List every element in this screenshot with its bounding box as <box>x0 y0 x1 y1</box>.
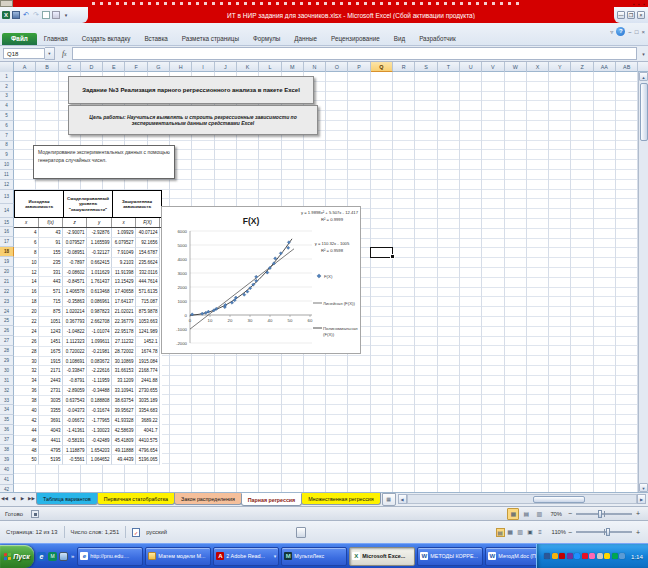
ribbon-tab-5[interactable]: Формулы <box>246 33 287 45</box>
table-cell[interactable]: 715 <box>39 297 63 307</box>
row-header-13[interactable]: 13 <box>0 190 14 204</box>
name-box[interactable]: Q18 <box>3 48 45 59</box>
table-cell[interactable]: 235 <box>39 258 63 268</box>
taskbar-window-7[interactable]: WМетодМ.doc (П... <box>485 547 536 566</box>
column-header-AA[interactable]: AA <box>594 62 616 72</box>
table-cell[interactable]: -0.08951 <box>63 248 87 258</box>
ribbon-tab-4[interactable]: Разметка страницы <box>175 33 246 45</box>
undo-icon[interactable]: ↶ <box>22 11 30 19</box>
column-header-T[interactable]: T <box>438 62 460 72</box>
table-cell[interactable]: 235.6624 <box>136 258 160 268</box>
row-header-12[interactable]: 12 <box>0 180 14 190</box>
table-cell[interactable]: 571 <box>39 287 63 297</box>
column-header-N[interactable]: N <box>304 62 326 72</box>
table-cell[interactable]: 0.720022 <box>63 347 87 357</box>
ribbon-tab-file[interactable]: Файл <box>2 33 37 45</box>
table-cell[interactable]: 4411 <box>39 436 63 446</box>
table-cell[interactable]: -0.08602 <box>63 268 87 278</box>
table-cell[interactable]: 40 <box>14 406 39 416</box>
word-zoom-level[interactable]: 110% <box>552 529 566 535</box>
word-draft-view-icon[interactable]: ≡ <box>536 528 545 537</box>
table-cell[interactable]: 4 <box>14 228 39 238</box>
word-page-indicator[interactable]: Страница: 12 из 13 <box>6 529 58 535</box>
row-header-19[interactable]: 19 <box>0 257 14 267</box>
word-zoom-out-icon[interactable]: − <box>566 529 574 536</box>
table-cell[interactable]: 46 <box>14 436 39 446</box>
ribbon-collapse-icon[interactable]: ▿ <box>610 28 613 36</box>
column-header-Y[interactable]: Y <box>549 62 571 72</box>
column-header-X[interactable]: X <box>527 62 549 72</box>
table-cell[interactable]: 38.63754 <box>112 396 136 406</box>
table-cell[interactable]: 1452.1 <box>136 337 160 347</box>
save-icon[interactable] <box>12 11 20 19</box>
row-header-40[interactable]: 40 <box>0 465 14 475</box>
row-header-14[interactable]: 14 <box>0 204 14 218</box>
show-desktop-icon[interactable] <box>59 552 68 561</box>
table-cell[interactable]: 1.118879 <box>63 446 87 456</box>
formula-input[interactable] <box>72 47 637 60</box>
table-cell[interactable]: 1.099611 <box>87 337 112 347</box>
table-cell[interactable]: 1.761437 <box>87 277 112 287</box>
ribbon-tab-8[interactable]: Вид <box>387 33 412 45</box>
row-header-28[interactable]: 28 <box>0 346 14 356</box>
table-cell[interactable]: 1.654203 <box>87 446 112 456</box>
row-header-41[interactable]: 41 <box>0 475 14 485</box>
row-header-2[interactable]: 2 <box>0 82 14 92</box>
formula-bar-expand-icon[interactable]: ▾ <box>639 51 648 57</box>
table-cell[interactable]: 0.079527 <box>63 238 87 248</box>
table-cell[interactable]: 0.188808 <box>87 396 112 406</box>
table-cell[interactable]: 2.662708 <box>87 317 112 327</box>
ribbon-tab-7[interactable]: Рецензирование <box>324 33 387 45</box>
excel-logo-icon[interactable]: X <box>2 11 10 19</box>
table-cell[interactable]: 1.064652 <box>87 455 112 465</box>
column-header-U[interactable]: U <box>460 62 482 72</box>
table-cell[interactable]: 4041.7 <box>136 426 160 436</box>
table-cell[interactable]: 30 <box>14 357 39 367</box>
sheet-tab-5[interactable]: Множественная регрессия <box>301 493 380 505</box>
column-header-R[interactable]: R <box>393 62 415 72</box>
column-header-Z[interactable]: Z <box>571 62 593 72</box>
row-header-26[interactable]: 26 <box>0 326 14 336</box>
word-zoom-in-icon[interactable]: + <box>634 529 642 536</box>
horizontal-scroll-thumb[interactable] <box>533 496 585 504</box>
column-header-O[interactable]: O <box>326 62 348 72</box>
column-header-W[interactable]: W <box>505 62 527 72</box>
zoom-out-icon[interactable]: − <box>566 510 574 517</box>
table-cell[interactable]: 715.087 <box>136 297 160 307</box>
row-header-16[interactable]: 16 <box>0 227 14 237</box>
row-header-3[interactable]: 3 <box>0 92 14 102</box>
zoom-slider[interactable] <box>576 513 632 515</box>
word-outline-view-icon[interactable]: ▣ <box>526 528 535 537</box>
row-header-21[interactable]: 21 <box>0 277 14 287</box>
table-cell[interactable]: 8 <box>14 248 39 258</box>
column-header-V[interactable]: V <box>482 62 504 72</box>
column-header-I[interactable]: I <box>192 62 214 72</box>
row-header-35[interactable]: 35 <box>0 415 14 425</box>
quick-launch-more-icon[interactable]: » <box>71 553 74 559</box>
table-cell[interactable]: -1.11959 <box>87 376 112 386</box>
table-cell[interactable]: 1.09929 <box>112 228 136 238</box>
horizontal-scroll-track[interactable] <box>407 494 637 504</box>
scroll-down-icon[interactable]: ▼ <box>639 483 648 492</box>
table-cell[interactable]: 10 <box>14 258 39 268</box>
table-cell[interactable]: -0.32127 <box>87 248 112 258</box>
table-cell[interactable]: 0.367793 <box>63 317 87 327</box>
row-header-33[interactable]: 33 <box>0 396 14 406</box>
row-header-15[interactable]: 15 <box>0 218 14 228</box>
quick-launch-app-icon[interactable]: M <box>48 552 57 561</box>
table-cell[interactable]: 42.58639 <box>112 426 136 436</box>
table-cell[interactable]: 444.7614 <box>136 277 160 287</box>
row-header-31[interactable]: 31 <box>0 376 14 386</box>
row-header-9[interactable]: 9 <box>0 150 14 160</box>
table-cell[interactable]: 36 <box>14 386 39 396</box>
table-cell[interactable]: 12 <box>14 268 39 278</box>
table-cell[interactable]: 2731 <box>39 386 63 396</box>
table-cell[interactable]: 0.083672 <box>87 357 112 367</box>
scroll-up-icon[interactable]: ▲ <box>639 72 648 81</box>
row-header-29[interactable]: 29 <box>0 356 14 366</box>
tray-icon-7[interactable] <box>589 553 595 559</box>
first-sheet-icon[interactable]: ◀◀ <box>0 493 9 505</box>
table-cell[interactable]: 1053.663 <box>136 317 160 327</box>
row-header-6[interactable]: 6 <box>0 121 14 131</box>
minimize-button[interactable]: — <box>617 11 625 19</box>
